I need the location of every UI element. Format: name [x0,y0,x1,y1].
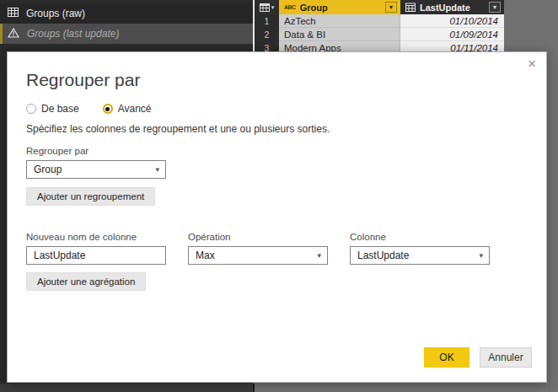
radio-advanced[interactable]: Avancé [103,103,152,115]
table-row[interactable]: 2 Data & BI 01/09/2014 [255,28,504,41]
pane-splitter-bottom [253,384,255,392]
table-row[interactable]: 1 AzTech 01/10/2014 [255,14,504,28]
column-label: Colonne [350,232,386,242]
add-grouping-button[interactable]: Ajouter un regroupement [26,187,155,206]
power-query-editor: Groups (raw) Groups (last update) ▾ ABC … [0,0,558,392]
query-item-label: Groups (last update) [27,28,119,40]
group-by-dialog: × Regrouper par De base Avancé Spécifiez… [7,51,547,383]
text-type-icon: ABC [284,4,296,10]
table-menu-caret-icon: ▾ [271,4,275,11]
chevron-down-icon: ▾ [155,161,159,178]
mode-radio-group: De base Avancé [26,103,152,115]
query-item-groups-last-update[interactable]: Groups (last update) [0,24,253,44]
table-menu-icon [260,0,270,15]
radio-basic-label: De base [41,103,79,115]
row-number: 1 [255,14,279,28]
chevron-down-icon: ▾ [479,247,483,264]
status-bar-left [0,384,253,392]
radio-selected-icon[interactable] [103,104,113,114]
group-by-value: Group [34,164,62,175]
cell-group[interactable]: AzTech [279,14,400,28]
filter-dropdown-button[interactable]: ▼ [385,2,397,13]
filter-caret-icon: ▼ [492,4,498,10]
new-column-input[interactable] [26,246,166,265]
warning-icon [8,28,19,40]
new-column-label: Nouveau nom de colonne [26,232,137,242]
query-item-label: Groups (raw) [26,8,85,19]
cell-lastupdate[interactable]: 01/09/2014 [400,28,504,41]
radio-basic[interactable]: De base [26,103,79,115]
column-name: Group [300,3,381,13]
ok-button[interactable]: OK [424,347,469,368]
group-by-dropdown[interactable]: Group ▾ [26,160,166,179]
row-number: 2 [255,28,279,41]
table-icon [8,8,19,19]
table-menu-button[interactable]: ▾ [255,0,279,14]
operation-value: Max [196,250,215,261]
column-header-lastupdate[interactable]: LastUpdate ▼ [400,0,504,14]
dialog-subtitle: Spécifiez les colonnes de regroupement e… [26,123,330,135]
radio-dot-icon [105,107,110,111]
cell-lastupdate[interactable]: 01/10/2014 [400,14,504,28]
add-aggregation-button[interactable]: Ajouter une agrégation [26,272,146,291]
radio-circle-icon[interactable] [26,104,36,114]
column-name: LastUpdate [420,3,485,13]
table-header-row: ▾ ABC Group ▼ LastUpdate ▼ [255,0,504,14]
dialog-title: Regrouper par [26,70,140,90]
group-by-label: Regrouper par [26,146,89,156]
query-item-groups-raw[interactable]: Groups (raw) [0,3,253,24]
operation-label: Opération [188,232,231,242]
date-type-icon [405,0,416,15]
radio-advanced-label: Avancé [118,103,152,115]
close-icon[interactable]: × [528,56,536,71]
cell-group[interactable]: Data & BI [279,28,400,41]
filter-caret-icon: ▼ [389,4,394,10]
filter-dropdown-button[interactable]: ▼ [489,2,501,13]
cancel-button[interactable]: Annuler [480,347,532,368]
operation-dropdown[interactable]: Max ▾ [188,246,328,265]
column-header-group[interactable]: ABC Group ▼ [279,0,400,14]
data-preview-table: ▾ ABC Group ▼ LastUpdate ▼ 1 AzTech 01/1… [255,0,504,55]
column-value: LastUpdate [357,250,409,261]
column-dropdown[interactable]: LastUpdate ▾ [350,246,490,265]
chevron-down-icon: ▾ [317,247,321,264]
